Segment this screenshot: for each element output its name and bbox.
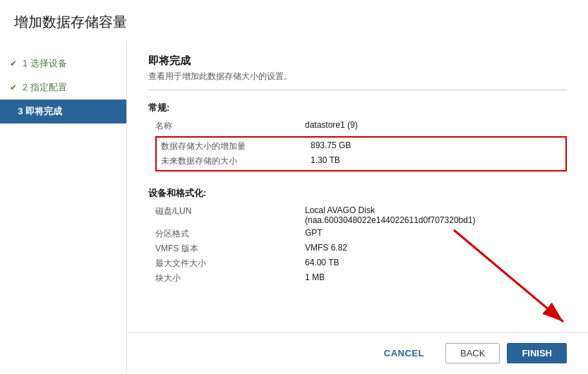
label-vmfs-version: VMFS 版本 [155,243,296,255]
general-title: 常规: [148,102,567,114]
general-section: 常规: 名称 datastore1 (9) 数据存储大小的增加量 893.75 … [148,102,567,173]
content-description: 查看用于增加此数据存储大小的设置。 [148,71,567,83]
label-future-size: 未来数据存储的大小 [161,155,302,167]
content-header: 即将完成 查看用于增加此数据存储大小的设置。 [148,54,567,83]
label-partition-format: 分区格式 [155,228,296,240]
device-format-section: 设备和格式化: 磁盘/LUN Local AVAGO Disk (naa.600… [148,187,567,284]
divider [148,90,567,90]
general-grid: 名称 datastore1 (9) 数据存储大小的增加量 893.75 GB 未… [155,120,567,173]
value-name: datastore1 (9) [305,120,567,132]
finish-button[interactable]: FINISH [507,343,567,363]
value-vmfs-version: VMFS 6.82 [305,243,567,255]
label-max-file-size: 最大文件大小 [155,258,296,270]
value-increase: 893.75 GB [311,140,561,152]
label-increase: 数据存储大小的增加量 [161,140,302,152]
step3-icon [10,107,12,116]
sidebar-item-step2[interactable]: ✔ 2 指定配置 [0,76,126,99]
label-block-size: 块大小 [155,272,296,284]
label-name: 名称 [155,120,296,132]
check-icon-step2: ✔ [10,83,17,92]
cancel-button[interactable]: CANCEL [370,344,438,363]
sidebar-item-label-step3: 3 即将完成 [18,105,62,118]
content-area: 即将完成 查看用于增加此数据存储大小的设置。 常规: 名称 datastore1… [127,40,588,373]
device-format-grid: 磁盘/LUN Local AVAGO Disk (naa.6003048022e… [155,205,567,284]
sidebar-item-label-step1: 1 选择设备 [23,57,67,70]
value-max-file-size: 64.00 TB [305,258,567,270]
sidebar-item-label-step2: 2 指定配置 [23,81,67,94]
value-future-size: 1.30 TB [311,155,561,167]
value-partition-format: GPT [305,228,567,240]
sidebar-item-step1[interactable]: ✔ 1 选择设备 [0,52,126,76]
device-format-title: 设备和格式化: [148,187,567,200]
footer: CANCEL BACK FINISH [127,332,588,373]
label-disk-lun: 磁盘/LUN [155,205,296,225]
value-disk-lun: Local AVAGO Disk (naa.6003048022e1440226… [305,205,567,225]
content-section-title: 即将完成 [148,54,567,68]
check-icon-step1: ✔ [10,59,17,68]
back-button[interactable]: BACK [445,343,500,363]
page-title: 增加数据存储容量 [0,0,588,40]
value-block-size: 1 MB [305,272,567,284]
sidebar: ✔ 1 选择设备 ✔ 2 指定配置 3 即将完成 [0,40,127,373]
highlight-box: 数据存储大小的增加量 893.75 GB 未来数据存储的大小 1.30 TB [155,136,567,171]
sidebar-item-step3[interactable]: 3 即将完成 [0,99,126,123]
